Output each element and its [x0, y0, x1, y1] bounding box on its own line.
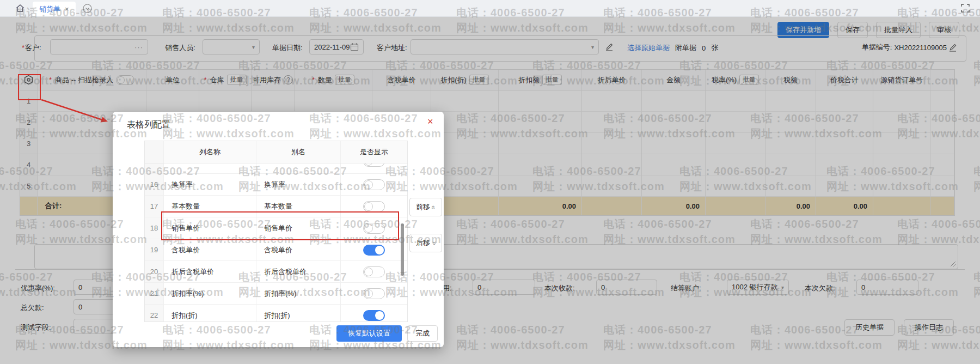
restore-defaults-button[interactable]: 恢复默认设置 [336, 325, 402, 342]
modal-column-row: 21折扣率(%)折扣率(%) [145, 283, 407, 305]
col-alias-header: 别名 [256, 141, 341, 163]
col-index-header [145, 141, 164, 163]
double-chevron-up-icon: « [430, 205, 438, 209]
modal-row-index: 17 [145, 196, 164, 217]
modal-column-name: 折扣率(%) [164, 283, 256, 304]
modal-title: 表格列配置 [127, 119, 170, 131]
show-column-toggle[interactable] [363, 245, 385, 256]
show-column-toggle[interactable] [363, 288, 385, 299]
tab-sales-order[interactable]: 销货单 × [33, 2, 76, 16]
modal-row-index: 22 [145, 305, 164, 322]
close-icon[interactable]: × [427, 116, 433, 128]
modal-column-table: 列名称 别名 是否显示 16换算率换算率17基本数量基本数量18销售单价销售单价… [144, 141, 408, 322]
modal-column-alias: 含税单价 [256, 239, 341, 260]
modal-column-name: 基本数量 [164, 196, 256, 217]
modal-column-row: 17基本数量基本数量 [145, 196, 407, 217]
modal-cell [145, 163, 164, 173]
modal-column-alias: 销售单价 [256, 217, 341, 239]
modal-cell [256, 163, 341, 173]
show-column-toggle[interactable] [363, 310, 385, 321]
modal-row-index: 16 [145, 174, 164, 195]
show-column-toggle[interactable] [363, 201, 385, 212]
modal-column-show [341, 174, 407, 195]
show-column-toggle[interactable] [363, 179, 385, 190]
sales-order-page: 保存并新增保存批量导入审核 *客户: ··· 销售人员: ▾ 单据日期: 202… [0, 0, 980, 364]
modal-row-partial [145, 163, 407, 174]
modal-column-name: 含税单价 [164, 239, 256, 260]
modal-column-show [341, 283, 407, 304]
modal-column-show [341, 239, 407, 260]
modal-column-name: 折后含税单价 [164, 261, 256, 282]
tab-bar: 销货单 × [0, 0, 980, 17]
modal-scrollbar-thumb[interactable] [401, 223, 404, 276]
col-show-header: 是否显示 [341, 141, 407, 163]
modal-column-alias: 折后含税单价 [256, 261, 341, 282]
tab-label: 销货单 [39, 4, 60, 14]
fullscreen-icon[interactable] [960, 3, 970, 13]
home-icon[interactable] [15, 3, 25, 13]
modal-column-alias: 基本数量 [256, 196, 341, 217]
modal-column-alias: 折扣率(%) [256, 283, 341, 304]
modal-column-alias: 换算率 [256, 174, 341, 195]
modal-column-name: 折扣(折) [164, 305, 256, 322]
tab-close-icon[interactable]: × [65, 5, 69, 13]
modal-cell [164, 163, 256, 173]
modal-cell [341, 163, 407, 173]
modal-column-alias: 折扣(折) [256, 305, 341, 322]
move-up-button[interactable]: 前移« [409, 198, 442, 216]
modal-column-name: 换算率 [164, 174, 256, 195]
modal-column-row: 19含税单价含税单价 [145, 239, 407, 261]
done-button[interactable]: 完成 [407, 325, 438, 342]
modal-column-show [341, 261, 407, 282]
move-down-button[interactable]: 后移« [409, 234, 442, 252]
modal-row-index: 21 [145, 283, 164, 304]
modal-column-row: 22折扣(折)折扣(折) [145, 305, 407, 322]
modal-column-row: 16换算率换算率 [145, 174, 407, 196]
modal-table-header: 列名称 别名 是否显示 [145, 141, 407, 163]
tab-list-dropdown-icon[interactable] [83, 4, 92, 13]
modal-row-index: 19 [145, 239, 164, 260]
modal-row-index: 20 [145, 261, 164, 282]
modal-column-row: 18销售单价销售单价 [145, 217, 407, 239]
modal-column-name: 销售单价 [164, 217, 256, 239]
modal-column-show [341, 196, 407, 217]
modal-row-index: 18 [145, 217, 164, 239]
modal-column-row: 20折后含税单价折后含税单价 [145, 261, 407, 283]
double-chevron-down-icon: « [430, 241, 438, 245]
modal-column-show [341, 305, 407, 322]
col-name-header: 列名称 [164, 141, 256, 163]
toggle-off[interactable] [363, 163, 385, 167]
show-column-toggle[interactable] [363, 223, 385, 234]
modal-table-body: 16换算率换算率17基本数量基本数量18销售单价销售单价19含税单价含税单价20… [145, 163, 407, 322]
column-config-modal: 表格列配置 × 列名称 别名 是否显示 16换算率换算率17基本数量基本数量18… [113, 112, 444, 347]
show-column-toggle[interactable] [363, 266, 385, 277]
modal-column-show [341, 217, 407, 239]
